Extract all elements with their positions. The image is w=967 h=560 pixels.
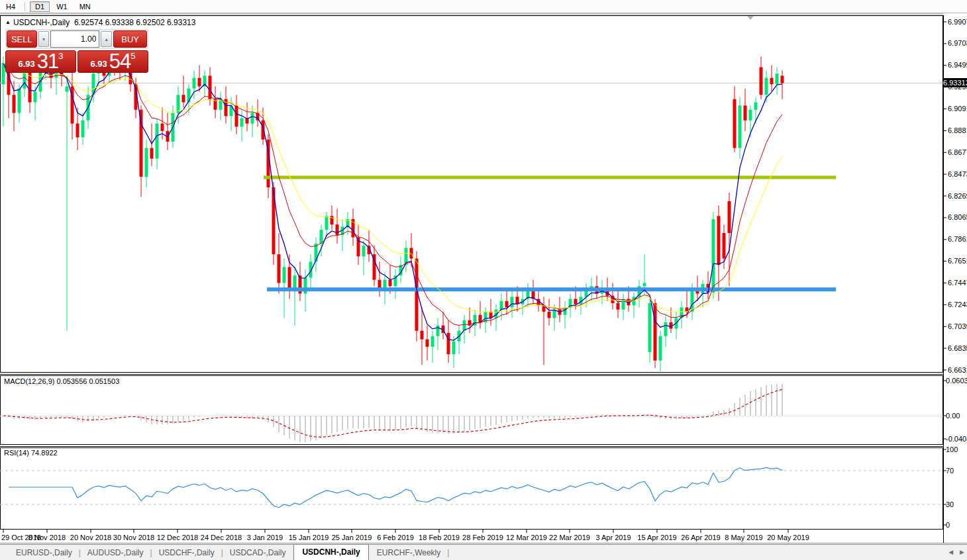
- candle-body: [728, 201, 731, 233]
- candle-body: [505, 301, 509, 308]
- volume-input[interactable]: [50, 30, 99, 48]
- chart-ohlc-values: 6.92574 6.93338 6.92502 6.93313: [74, 18, 196, 27]
- date-tick-label: 30 Nov 2018: [113, 534, 154, 541]
- date-tick-label: 15 Apr 2019: [637, 534, 676, 541]
- price-tick-label: 6.66310: [948, 366, 967, 374]
- date-tick-label: 3 Jan 2019: [247, 534, 283, 541]
- sell-price-pips: 31: [37, 52, 58, 71]
- candle-body: [161, 124, 164, 131]
- price-tick-label: 6.99070: [948, 18, 967, 26]
- candle-body: [754, 103, 758, 110]
- rsi-value: 74.8922: [31, 449, 58, 457]
- rsi-tick-label: 100: [946, 445, 958, 453]
- price-tick-label: 6.84730: [948, 170, 967, 178]
- candle-body: [436, 326, 440, 336]
- price-tick-label: 6.68350: [948, 344, 967, 352]
- chart-tab-usdchf-daily[interactable]: USDCHF-,Daily: [152, 545, 221, 560]
- volume-decrease-button[interactable]: ▼: [38, 31, 50, 47]
- candle-body: [749, 110, 752, 120]
- buy-price-handle: 6.93: [90, 58, 107, 71]
- date-tick-label: 20 Nov 2018: [70, 534, 111, 541]
- chart-title: ▲USDCNH-,Daily 6.92574 6.93338 6.92502 6…: [5, 18, 195, 27]
- chart-canvas[interactable]: [0, 0, 967, 560]
- buy-button[interactable]: BUY: [113, 30, 147, 48]
- sell-price-handle: 6.93: [18, 58, 34, 71]
- date-tick-label: 25 Jan 2019: [332, 534, 372, 541]
- candle-body: [336, 224, 339, 235]
- candle-body: [235, 105, 238, 126]
- collapse-panel-icon[interactable]: ▲: [5, 19, 11, 25]
- price-tick-label: 6.82690: [948, 192, 967, 200]
- date-tick-label: 22 Mar 2019: [549, 534, 590, 541]
- candle-body: [145, 148, 148, 177]
- date-tick-label: 26 Apr 2019: [681, 534, 720, 541]
- sell-price-point: 3: [58, 52, 63, 60]
- candle-body: [66, 86, 69, 91]
- candle-body: [738, 105, 742, 148]
- candle-body: [643, 283, 646, 286]
- price-tick-label: 6.90910: [948, 105, 967, 113]
- ma-fast: [3, 63, 782, 340]
- chart-tab-audusd-daily[interactable]: AUDUSD-,Daily: [81, 545, 150, 560]
- price-tick-label: 6.80650: [948, 213, 967, 221]
- candle-body: [81, 120, 85, 138]
- candle-body: [150, 148, 154, 159]
- macd-tick-label: 0.060342: [946, 377, 967, 385]
- candle-body: [712, 219, 715, 293]
- candle-body: [34, 91, 37, 102]
- chart-tab-usdcnh-daily[interactable]: USDCNH-,Daily: [293, 544, 368, 560]
- candle-body: [648, 303, 652, 352]
- candle-body: [691, 289, 694, 312]
- candle-body: [362, 246, 366, 256]
- rsi-tick-label: 30: [946, 500, 954, 508]
- sell-button[interactable]: SELL: [7, 30, 37, 48]
- candle-body: [240, 118, 244, 127]
- price-tick-label: 6.86770: [948, 148, 967, 156]
- candle-body: [431, 336, 434, 347]
- chevron-up-icon: ▲: [104, 37, 109, 42]
- price-tick-label: 6.76510: [948, 257, 967, 265]
- buy-price-panel[interactable]: 6.93 54 5: [77, 50, 148, 73]
- candle-body: [283, 267, 286, 283]
- price-tick-label: 6.97030: [948, 39, 967, 47]
- candle-body: [140, 110, 143, 177]
- candle-body: [781, 75, 784, 83]
- date-tick-label: 24 Dec 2018: [201, 534, 242, 541]
- tab-scroll-left-icon[interactable]: ◀: [948, 549, 953, 555]
- chart-tab-eurchf-weekly[interactable]: EURCHF-,Weekly: [370, 545, 447, 560]
- date-tick-label: 15 Jan 2019: [289, 534, 329, 541]
- candle-body: [156, 124, 159, 159]
- candle-body: [511, 297, 514, 307]
- candle-body: [447, 333, 450, 354]
- volume-increase-button[interactable]: ▲: [101, 31, 112, 47]
- price-tick-label: 6.78610: [948, 235, 967, 243]
- date-tick-label: 28 Feb 2019: [462, 534, 503, 541]
- candle-body: [548, 312, 551, 318]
- candle-body: [325, 216, 329, 230]
- macd-tick-label: -0.040415: [946, 435, 967, 443]
- candle-body: [500, 301, 503, 310]
- date-tick-label: 8 May 2019: [725, 534, 762, 541]
- tab-separator: |: [447, 548, 449, 560]
- candle-body: [452, 342, 456, 354]
- macd-values: 0.053556 0.051503: [56, 377, 119, 385]
- chart-tab-bar: EURUSD-,Daily|AUDUSD-,Daily|USDCHF-,Dail…: [0, 544, 967, 560]
- one-click-trading-widget: SELL ▼ ▲ BUY 6.93 31 3 6.93 54 5: [5, 29, 148, 73]
- candle-body: [288, 267, 291, 290]
- macd-tick-label: 0.00: [946, 412, 960, 420]
- date-tick-label: 20 May 2019: [767, 534, 809, 541]
- tab-scroll-right-icon[interactable]: ▶: [960, 549, 964, 555]
- candle-body: [733, 99, 737, 148]
- terminal-window: H4 D1 W1 MN ▲USDCNH-,Daily 6.92574 6.933…: [0, 0, 967, 560]
- chart-symbol-label: USDCNH-,Daily: [13, 18, 70, 27]
- date-tick-label: 12 Dec 2018: [157, 534, 198, 541]
- candle-body: [426, 340, 429, 347]
- sell-price-panel[interactable]: 6.93 31 3: [5, 50, 76, 73]
- candle-body: [410, 248, 413, 259]
- candle-body: [617, 303, 620, 310]
- candle-body: [654, 303, 657, 361]
- macd-name: MACD(12,26,9): [4, 377, 54, 385]
- chart-tab-usdcad-daily[interactable]: USDCAD-,Daily: [223, 545, 293, 560]
- price-tick-label: 6.94990: [948, 61, 967, 69]
- chart-tab-eurusd-daily[interactable]: EURUSD-,Daily: [9, 545, 79, 560]
